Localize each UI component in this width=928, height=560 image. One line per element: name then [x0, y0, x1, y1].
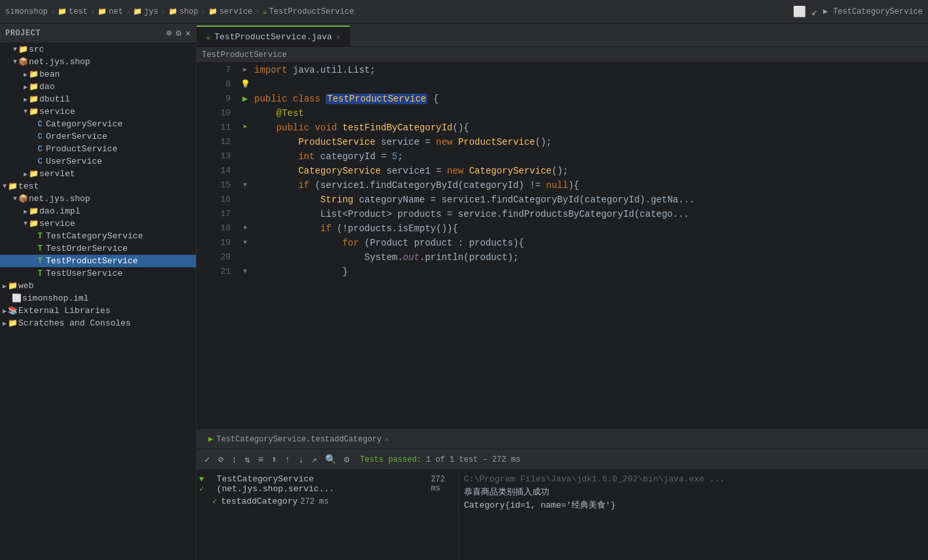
- tree-servlet[interactable]: ▶ 📁 servlet: [0, 168, 196, 180]
- code-16: String categoryName = service1.findCateg…: [254, 193, 695, 207]
- add-icon[interactable]: ⊕: [166, 28, 172, 39]
- fold-icon-19[interactable]: ▼: [243, 236, 247, 250]
- servlet-label: servlet: [39, 169, 75, 179]
- run-config-label: TestCategoryService: [833, 7, 923, 16]
- gutter-15: ▼: [236, 178, 254, 193]
- rerun-btn[interactable]: ✓: [202, 453, 212, 466]
- dao-impl-label: dao.impl: [39, 206, 80, 216]
- line-num-12: 12: [202, 135, 236, 149]
- line-num-16: 16: [202, 193, 236, 207]
- tree-order-service[interactable]: C OrderService: [0, 130, 196, 143]
- bottom-split: ▼ ✓ TestCategoryService (net.jys.shop.se…: [197, 470, 928, 560]
- filter-btn[interactable]: ≡: [256, 453, 266, 466]
- settings-icon[interactable]: ⚙: [176, 28, 181, 39]
- tree-service-src[interactable]: ▼ 📁 service: [0, 105, 196, 118]
- line-num-20: 20: [202, 250, 236, 265]
- line-num-10: 10: [202, 106, 236, 121]
- sidebar-header-icons[interactable]: ⊕ ⚙ ✕: [166, 28, 191, 39]
- code-20: System.out.println(product);: [254, 250, 518, 265]
- test-ord-label: TestOrderService: [46, 244, 128, 253]
- tree-net-jys-shop[interactable]: ▼ 📦 net.jys.shop: [0, 56, 196, 68]
- tree-bean[interactable]: ▶ 📁 bean: [0, 68, 196, 81]
- tree-scratches[interactable]: ▶ 📁 Scratches and Consoles: [0, 317, 196, 329]
- tree-external-libs[interactable]: ▶ 📚 External Libraries: [0, 305, 196, 317]
- product-java-icon: C: [34, 145, 46, 154]
- tree-user-service[interactable]: C UserService: [0, 155, 196, 168]
- tree-service-test[interactable]: ▼ 📁 service: [0, 217, 196, 230]
- editor-content[interactable]: 7 ▶ import java.util.List; 8 💡 9: [197, 63, 928, 429]
- fold-icon-15[interactable]: ▼: [243, 178, 247, 193]
- breadcrumb: simonshop › 📁 test › 📁 net › 📁 jys › 📁 s…: [5, 7, 354, 16]
- tree-web[interactable]: ▶ 📁 web: [0, 280, 196, 292]
- code-9: public class TestProductService {: [254, 92, 438, 106]
- test-ord-icon: T: [34, 244, 46, 253]
- tree-test-product[interactable]: T TestProductService: [0, 255, 196, 267]
- bottom-toolbar: ✓ ⊘ ↕ ⇅ ≡ ⬆ ↑ ↓ ↗ 🔍 ⚙ Tests passed: 1 of…: [197, 449, 928, 470]
- child-pass-icon: ✓: [212, 496, 217, 506]
- fold-icon-21[interactable]: ▼: [243, 265, 247, 279]
- breadcrumb-net: net: [109, 7, 123, 16]
- net-folder-icon: 📁: [98, 7, 107, 16]
- service-folder-icon: 📁: [208, 7, 218, 16]
- run-tab-close[interactable]: ✕: [385, 436, 389, 443]
- ext-libs-icon: 📚: [7, 306, 18, 316]
- tree-dao[interactable]: ▶ 📁 dao: [0, 81, 196, 93]
- scratches-icon: 📁: [7, 318, 18, 328]
- import-btn[interactable]: ⬆: [269, 453, 279, 466]
- tree-category-service[interactable]: C CategoryService: [0, 118, 196, 130]
- dao-impl-icon: 📁: [28, 206, 39, 216]
- gutter-9: ▶: [236, 92, 254, 106]
- test-tree-root[interactable]: ▼ ✓ TestCategoryService (net.jys.shop.se…: [197, 473, 458, 495]
- stop-btn[interactable]: ⊘: [215, 453, 225, 466]
- tab-test-product-service[interactable]: ☕ TestProductService.java ✕: [197, 26, 350, 47]
- dbutil-icon: 📁: [28, 94, 39, 104]
- line-num-21: 21: [202, 265, 236, 279]
- test-tree-child[interactable]: ✓ testaddCategory 272 ms: [197, 495, 458, 508]
- tree-iml[interactable]: ⬜ simonshop.iml: [0, 292, 196, 305]
- child-duration: 272 ms: [300, 497, 328, 506]
- sep5: ›: [201, 7, 205, 16]
- bottom-test-tab-run[interactable]: ▶ TestCategoryService.testaddCategory ✕: [202, 430, 395, 449]
- run-tab-label: TestCategoryService.testaddCategory: [216, 435, 381, 444]
- up-btn[interactable]: ↑: [282, 453, 293, 466]
- tree-dbutil[interactable]: ▶ 📁 dbutil: [0, 93, 196, 105]
- tree-test-order[interactable]: T TestOrderService: [0, 242, 196, 255]
- service-test-label: service: [39, 219, 75, 229]
- line-num-7: 7: [202, 63, 236, 77]
- sort-dur-btn[interactable]: ⇅: [242, 453, 252, 466]
- code-19: for (Product product : products){: [254, 236, 524, 250]
- tab-close-icon[interactable]: ✕: [336, 33, 341, 41]
- child-test-name: testaddCategory: [221, 496, 298, 506]
- tree-src[interactable]: ▼ 📁 src: [0, 43, 196, 56]
- net-label: net.jys.shop: [29, 57, 90, 67]
- fold-icon-18[interactable]: ▼: [243, 221, 247, 236]
- code-line-8: 8 💡: [197, 77, 928, 92]
- close-sidebar-icon[interactable]: ✕: [185, 28, 191, 39]
- servlet-icon: 📁: [28, 169, 39, 179]
- sort-alpha-btn[interactable]: ↕: [229, 453, 239, 466]
- tree-product-service[interactable]: C ProductService: [0, 143, 196, 155]
- window-icon-1: ⬜: [793, 5, 806, 18]
- tree-net-jys-shop2[interactable]: ▼ 📦 net.jys.shop: [0, 193, 196, 205]
- tree-test-root[interactable]: ▼ 📁 test: [0, 180, 196, 193]
- external-btn[interactable]: ↗: [309, 453, 319, 466]
- bean-label: bean: [39, 69, 60, 79]
- run-icon-9[interactable]: ▶: [242, 92, 248, 106]
- iml-label: simonshop.iml: [22, 293, 88, 303]
- down-btn[interactable]: ↓: [296, 453, 306, 466]
- breadcrumb-jys: jys: [144, 7, 159, 16]
- test-tree-panel: ▼ ✓ TestCategoryService (net.jys.shop.se…: [197, 470, 459, 560]
- fold-icon-7[interactable]: ▶: [243, 63, 247, 77]
- breadcrumb-service: service: [220, 7, 252, 16]
- code-line-10: 10 @Test: [197, 106, 928, 121]
- settings-test-btn[interactable]: ⚙: [341, 453, 352, 466]
- search-btn[interactable]: 🔍: [322, 453, 339, 466]
- code-10: @Test: [254, 106, 304, 121]
- test-user-label: TestUserService: [46, 269, 123, 278]
- tree-test-user[interactable]: T TestUserService: [0, 267, 196, 280]
- editor-breadcrumb-text: TestProductService: [202, 50, 287, 60]
- tree-test-category[interactable]: T TestCategoryService: [0, 230, 196, 242]
- tree-dao-impl[interactable]: ▶ 📁 dao.impl: [0, 205, 196, 217]
- net-label2: net.jys.shop: [29, 194, 90, 204]
- test-count: 1 of 1 test – 272 ms: [426, 455, 520, 464]
